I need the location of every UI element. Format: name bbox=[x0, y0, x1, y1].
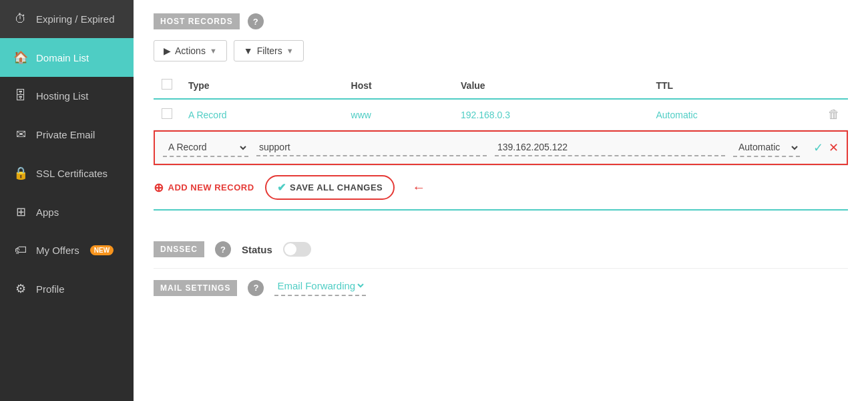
record-host[interactable]: www bbox=[343, 99, 453, 130]
dns-table: Type Host Value TTL A Record www 192.168… bbox=[154, 72, 848, 166]
record-ttl: Automatic bbox=[648, 99, 820, 130]
record-type[interactable]: A Record bbox=[180, 99, 343, 130]
edit-ttl-select[interactable]: Automatic 300 600 1800 bbox=[733, 138, 800, 157]
filters-label: Filters bbox=[257, 45, 282, 56]
arrow-indicator: ← bbox=[412, 180, 425, 195]
play-icon: ▶ bbox=[164, 45, 171, 56]
sidebar-item-domain-list[interactable]: 🏠 Domain List bbox=[0, 38, 134, 77]
tag-icon: 🏷 bbox=[13, 243, 28, 257]
new-badge: NEW bbox=[90, 245, 114, 255]
main-content: HOST RECORDS ? ▶ Actions ▼ ▼ Filters ▼ T… bbox=[134, 0, 868, 401]
home-icon: 🏠 bbox=[13, 50, 28, 65]
host-records-header: HOST RECORDS ? bbox=[154, 13, 848, 29]
dnssec-section: DNSSEC ? Status bbox=[154, 231, 848, 269]
row-checkbox[interactable] bbox=[162, 108, 172, 119]
record-value[interactable]: 192.168.0.3 bbox=[453, 99, 648, 130]
mail-help-icon[interactable]: ? bbox=[248, 280, 264, 296]
sidebar-item-label: Expiring / Expired bbox=[36, 13, 115, 25]
server-icon: 🗄 bbox=[13, 89, 28, 103]
sidebar-item-private-email[interactable]: ✉ Private Email bbox=[0, 115, 134, 154]
sidebar-item-label: My Offers bbox=[36, 245, 79, 256]
sidebar-item-my-offers[interactable]: 🏷 My Offers NEW bbox=[0, 231, 134, 269]
dnssec-status-label: Status bbox=[242, 244, 272, 255]
sidebar-item-hosting-list[interactable]: 🗄 Hosting List bbox=[0, 77, 134, 115]
confirm-edit-icon[interactable]: ✓ bbox=[813, 140, 823, 155]
table-header-row: Type Host Value TTL bbox=[154, 72, 848, 99]
sidebar-item-expiring[interactable]: ⏱ Expiring / Expired bbox=[0, 0, 134, 38]
add-circle-icon: ⊕ bbox=[154, 180, 164, 195]
dnssec-help-icon[interactable]: ? bbox=[215, 241, 231, 257]
sidebar-item-label: Domain List bbox=[36, 52, 89, 63]
add-record-label: ADD NEW RECORD bbox=[168, 182, 254, 192]
edit-actions: ✓ ✕ bbox=[813, 140, 839, 155]
type-col-header: Type bbox=[180, 72, 343, 99]
email-icon: ✉ bbox=[13, 127, 28, 142]
actions-label: Actions bbox=[175, 45, 206, 56]
edit-table-row: A Record CNAME Record MX Record TXT Reco… bbox=[154, 130, 848, 166]
delete-icon[interactable]: 🗑 bbox=[828, 108, 840, 121]
sidebar-item-label: Apps bbox=[36, 207, 59, 218]
cancel-edit-icon[interactable]: ✕ bbox=[829, 140, 839, 155]
filter-icon: ▼ bbox=[244, 45, 253, 56]
sidebar-item-apps[interactable]: ⊞ Apps bbox=[0, 192, 134, 231]
sidebar-item-label: Private Email bbox=[36, 129, 95, 140]
add-new-record-button[interactable]: ⊕ ADD NEW RECORD bbox=[154, 180, 254, 195]
table-row: A Record www 192.168.0.3 Automatic 🗑 bbox=[154, 99, 848, 130]
sidebar: ⏱ Expiring / Expired 🏠 Domain List 🗄 Hos… bbox=[0, 0, 134, 401]
save-check-icon: ✔ bbox=[277, 181, 286, 194]
sidebar-item-label: Hosting List bbox=[36, 90, 88, 102]
mail-select-wrapper: Email Forwarding Custom MX No Email Serv… bbox=[274, 279, 366, 296]
host-col-header: Host bbox=[343, 72, 453, 99]
dnssec-toggle[interactable] bbox=[283, 242, 311, 257]
filters-chevron-icon: ▼ bbox=[286, 47, 294, 55]
host-records-label: HOST RECORDS bbox=[154, 13, 240, 29]
ttl-col-header: TTL bbox=[648, 72, 820, 99]
edit-type-select[interactable]: A Record CNAME Record MX Record TXT Reco… bbox=[163, 138, 248, 157]
edit-host-input[interactable] bbox=[256, 139, 487, 156]
lock-icon: 🔒 bbox=[13, 166, 28, 180]
record-actions-row: ⊕ ADD NEW RECORD ✔ SAVE ALL CHANGES ← bbox=[154, 166, 848, 211]
save-changes-label: SAVE ALL CHANGES bbox=[290, 182, 383, 192]
toolbar: ▶ Actions ▼ ▼ Filters ▼ bbox=[154, 40, 848, 61]
expiring-icon: ⏱ bbox=[13, 12, 28, 26]
sidebar-item-ssl-certificates[interactable]: 🔒 SSL Certificates bbox=[0, 154, 134, 192]
gear-icon: ⚙ bbox=[13, 281, 28, 296]
mail-settings-section: MAIL SETTINGS ? Email Forwarding Custom … bbox=[154, 269, 848, 307]
sidebar-item-label: Profile bbox=[36, 283, 65, 295]
email-forwarding-select[interactable]: Email Forwarding Custom MX No Email Serv… bbox=[274, 279, 366, 292]
actions-chevron-icon: ▼ bbox=[210, 47, 217, 55]
filters-button[interactable]: ▼ Filters ▼ bbox=[234, 40, 304, 61]
dnssec-label: DNSSEC bbox=[154, 241, 204, 257]
edit-value-input[interactable] bbox=[495, 139, 725, 156]
sidebar-item-profile[interactable]: ⚙ Profile bbox=[0, 269, 134, 308]
sidebar-item-label: SSL Certificates bbox=[36, 168, 107, 179]
mail-settings-label: MAIL SETTINGS bbox=[154, 280, 237, 296]
value-col-header: Value bbox=[453, 72, 648, 99]
select-all-checkbox[interactable] bbox=[162, 79, 172, 90]
apps-icon: ⊞ bbox=[13, 205, 28, 219]
actions-button[interactable]: ▶ Actions ▼ bbox=[154, 40, 227, 61]
save-all-changes-button[interactable]: ✔ SAVE ALL CHANGES bbox=[265, 175, 395, 200]
host-records-help-icon[interactable]: ? bbox=[248, 13, 264, 29]
